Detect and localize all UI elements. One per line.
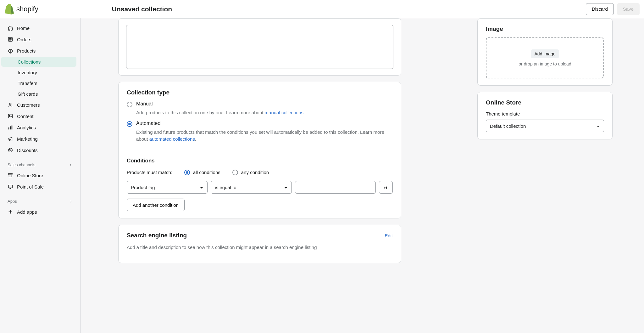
shopify-bag-icon [4,4,14,14]
select-value: is equal to [215,185,236,190]
nav-label: Products [17,48,36,54]
nav-label: Content [17,114,34,119]
products-icon [8,48,13,54]
seo-card: Search engine listing Edit Add a title a… [118,225,401,263]
content-area: Collection type Manual Add products to t… [80,18,644,333]
select-value: Product tag [131,185,155,190]
nav-sublabel: Collections [18,59,41,65]
nav-products[interactable]: Products [1,45,76,56]
svg-rect-4 [8,127,9,129]
nav-label: Home [17,25,30,31]
nav-transfers[interactable]: Transfers [1,78,76,88]
conditions-match-label: Products must match: [127,170,172,175]
caret-down-icon [200,185,203,189]
description-input[interactable] [126,25,393,69]
radio-unchecked-icon [127,102,132,107]
svg-rect-2 [8,114,13,118]
collection-type-automated-desc: Existing and future products that match … [136,129,393,143]
select-value: Default collection [490,123,526,129]
nav-discounts[interactable]: Discounts [1,145,76,155]
nav-collections[interactable]: Collections [1,57,76,67]
shopify-wordmark: shopify [16,5,38,13]
chevron-right-icon[interactable]: › [70,162,71,167]
nav-online-store[interactable]: Online Store [1,170,76,181]
theme-template-label: Theme template [486,111,604,116]
collection-type-automated[interactable]: Automated [127,121,393,127]
radio-checked-icon [184,170,190,175]
nav-sublabel: Inventory [18,70,37,75]
home-icon [8,25,13,31]
nav-inventory[interactable]: Inventory [1,67,76,77]
nav-label: Customers [17,102,40,108]
chevron-right-icon: › [70,199,71,204]
svg-rect-10 [8,185,13,188]
nav-marketing[interactable]: Marketing [1,133,76,144]
svg-point-9 [11,150,11,151]
nav-gift-cards[interactable]: Gift cards [1,89,76,99]
collection-type-manual[interactable]: Manual [127,101,393,107]
nav-content[interactable]: Content [1,111,76,121]
content-icon [8,113,13,119]
store-icon [8,172,13,178]
seo-heading: Search engine listing [127,232,187,239]
nav-analytics[interactable]: Analytics [1,122,76,133]
nav-orders[interactable]: Orders [1,34,76,45]
discard-button[interactable]: Discard [586,3,614,15]
nav-label: Discounts [17,148,38,153]
shopify-logo: shopify [4,4,38,14]
nav-label: Analytics [17,125,36,130]
page-title: Unsaved collection [112,5,172,13]
add-image-button[interactable]: Add image [531,49,559,58]
customers-icon [8,102,13,108]
conditions-heading: Conditions [127,158,393,164]
collection-type-heading: Collection type [127,89,393,96]
image-card: Image Add image or drop an image to uplo… [477,18,613,86]
caret-down-icon [284,185,288,189]
nav-section-label: Sales channels [8,162,35,167]
sort-icon [384,185,388,189]
image-dropzone[interactable]: Add image or drop an image to upload [486,37,604,78]
radio-checked-icon [127,121,132,127]
add-another-condition-button[interactable]: Add another condition [127,199,185,211]
condition-value-input[interactable] [295,181,376,194]
orders-icon [8,37,13,42]
radio-label: all conditions [193,170,220,175]
analytics-icon [8,125,13,130]
condition-operator-select[interactable]: is equal to [211,181,291,194]
online-store-card: Online Store Theme template Default coll… [477,92,613,139]
nav-section-apps[interactable]: Apps › [1,196,76,206]
image-drop-hint: or drop an image to upload [519,61,571,66]
conditions-match-all[interactable]: all conditions [184,169,220,175]
svg-rect-5 [10,126,11,129]
save-button[interactable]: Save [617,3,640,15]
nav-point-of-sale[interactable]: Point of Sale [1,181,76,192]
nav-home[interactable]: Home [1,23,76,33]
nav-label: Orders [17,37,31,42]
conditions-match-any[interactable]: any condition [232,169,269,175]
collection-type-card: Collection type Manual Add products to t… [118,82,401,218]
radio-label: any condition [241,170,269,175]
automated-collections-link[interactable]: automated collections [149,136,195,142]
nav-sublabel: Transfers [18,81,37,86]
topbar: shopify Unsaved collection Discard Save [0,0,644,18]
plus-icon [8,209,13,215]
pos-icon [8,184,13,189]
description-card [118,18,401,76]
nav-customers[interactable]: Customers [1,99,76,110]
manual-collections-link[interactable]: manual collections [265,110,303,115]
discounts-icon [8,147,13,153]
svg-point-3 [9,115,10,116]
seo-placeholder-text: Add a title and description to see how t… [127,244,393,251]
divider [119,150,401,150]
svg-point-1 [9,103,11,105]
condition-sort-button[interactable] [379,181,393,194]
nav-label: Online Store [17,173,43,178]
condition-field-select[interactable]: Product tag [127,181,208,194]
caret-down-icon [596,124,600,128]
theme-template-select[interactable]: Default collection [486,120,604,132]
nav-section-label: Apps [8,199,17,204]
nav-label: Add apps [17,209,37,215]
radio-label: Manual [136,101,153,107]
nav-add-apps[interactable]: Add apps [1,206,76,217]
seo-edit-button[interactable]: Edit [385,233,393,238]
